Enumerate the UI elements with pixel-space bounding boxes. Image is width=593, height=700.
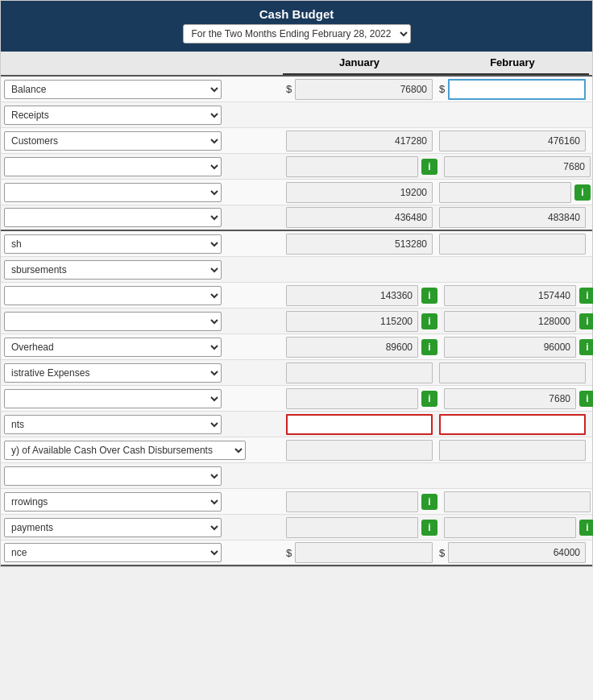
disb2-jan-input[interactable] [286,311,418,332]
admin-select[interactable]: istrative Expenses [4,363,222,383]
row5-feb-info-btn[interactable]: i [574,184,591,201]
balance-feb-input[interactable] [448,79,586,100]
row4-select[interactable] [4,157,222,176]
overhead-feb-info-btn[interactable]: i [579,339,593,355]
disb2-select[interactable] [4,312,222,331]
cash-feb-input[interactable] [439,234,586,255]
disb1-feb-input[interactable] [444,285,576,306]
customers-jan-input[interactable] [286,130,433,151]
repayments-feb-info-btn[interactable]: i [579,520,593,536]
disb4-feb-info-btn[interactable]: i [579,391,593,407]
disb2-feb-cell: i [441,309,593,333]
disb1-select[interactable] [4,286,222,305]
table-row: nts [1,412,592,437]
row6-feb-cell [436,205,589,230]
row6-jan-cell [283,205,436,230]
customers-jan-cell [283,129,436,153]
disb1-jan-input[interactable] [286,285,418,306]
borrowings-jan-input[interactable] [286,491,418,512]
blank-select[interactable] [4,466,222,486]
overhead-jan-input[interactable] [286,337,418,358]
row-label-disb2 [1,310,283,333]
disb4-jan-info-btn[interactable]: i [421,391,437,407]
repayments-jan-info-btn[interactable]: i [421,520,437,536]
nts-jan-input[interactable] [286,414,433,435]
table-row: sbursements [1,257,592,283]
disbursements-select[interactable]: sbursements [4,260,222,280]
row-label-nts: nts [1,413,283,436]
row-label-disbursements: sbursements [1,259,283,281]
row5-select[interactable] [4,183,222,202]
page-title: Cash Budget [1,7,592,21]
nce-select[interactable]: nce [4,543,222,562]
cash-jan-input[interactable] [286,234,433,255]
receipts-feb-cell [436,114,589,117]
cash-select[interactable]: sh [4,234,222,254]
repayments-jan-cell: i [283,516,441,540]
disb1-feb-info-btn[interactable]: i [579,288,593,304]
disb4-feb-input[interactable] [444,388,576,409]
disb1-jan-info-btn[interactable]: i [421,288,437,304]
nce-jan-input[interactable] [295,542,433,563]
repayments-feb-input[interactable] [444,517,576,538]
row5-jan-input[interactable] [286,182,433,203]
row4-jan-input[interactable] [286,156,418,177]
borrowings-select[interactable]: rrowings [4,492,222,512]
main-container: Cash Budget For the Two Months Ending Fe… [0,0,593,567]
table-row: sh [1,231,592,257]
table-row: Receipts [1,102,592,128]
overhead-jan-info-btn[interactable]: i [421,339,437,355]
table-row [1,205,592,231]
nts-select[interactable]: nts [4,415,222,434]
january-header: January [283,52,436,75]
disb4-jan-cell: i [283,387,441,411]
table-row: Overhead i i [1,334,592,360]
disb2-feb-input[interactable] [444,311,576,332]
label-col-header [1,52,283,75]
overhead-feb-input[interactable] [444,337,576,358]
disb4-select[interactable] [4,389,222,408]
repayments-jan-input[interactable] [286,517,418,538]
admin-feb-input[interactable] [439,362,586,383]
disb-section-jan [283,268,436,271]
nts-jan-cell [283,412,436,437]
overhead-select[interactable]: Overhead [4,338,222,357]
row4-feb-input[interactable] [444,156,591,177]
nts-feb-cell [436,412,589,437]
disb4-jan-input[interactable] [286,388,418,409]
repayments-feb-cell: i [441,516,593,540]
disb2-jan-cell: i [283,309,441,333]
row6-jan-input[interactable] [286,207,433,228]
table-row: Customers [1,128,592,154]
row5-feb-input[interactable] [439,182,571,203]
row-label-disb4 [1,387,283,410]
header: Cash Budget For the Two Months Ending Fe… [1,1,592,52]
row6-feb-input[interactable] [439,207,586,228]
nce-feb-cell: $ [436,541,589,565]
repayments-select[interactable]: payments [4,518,222,537]
available-feb-cell [436,438,589,462]
borrowings-jan-info-btn[interactable]: i [421,494,437,510]
period-dropdown[interactable]: For the Two Months Ending February 28, 2… [183,24,411,43]
jan-dollar: $ [286,83,292,95]
row4-jan-info-btn[interactable]: i [421,159,437,175]
table-row: i i [1,309,592,334]
customers-feb-input[interactable] [439,130,586,151]
receipts-select[interactable]: Receipts [4,106,222,125]
nce-feb-input[interactable] [448,542,586,563]
available-jan-input[interactable] [286,440,433,461]
available-select[interactable]: y) of Available Cash Over Cash Disbursem… [4,441,246,460]
admin-jan-input[interactable] [286,362,433,383]
nts-feb-input[interactable] [439,414,586,435]
balance-select[interactable]: Balance [4,80,222,99]
disb1-jan-cell: i [283,284,441,308]
disb2-jan-info-btn[interactable]: i [421,313,437,329]
disb2-feb-info-btn[interactable]: i [579,313,593,329]
customers-select[interactable]: Customers [4,131,222,151]
available-feb-input[interactable] [439,440,586,461]
blank-feb-cell [436,474,589,478]
row6-select[interactable] [4,208,222,227]
balance-jan-input[interactable] [295,79,433,100]
receipts-jan-cell [283,114,436,117]
borrowings-feb-input[interactable] [444,491,591,512]
